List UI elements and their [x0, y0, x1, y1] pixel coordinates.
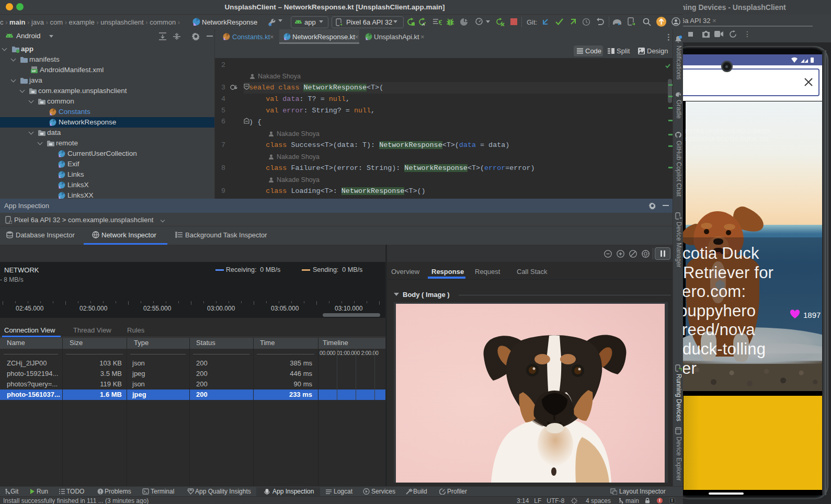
svg-text:A: A	[422, 22, 425, 26]
svg-text:MF: MF	[31, 69, 36, 73]
